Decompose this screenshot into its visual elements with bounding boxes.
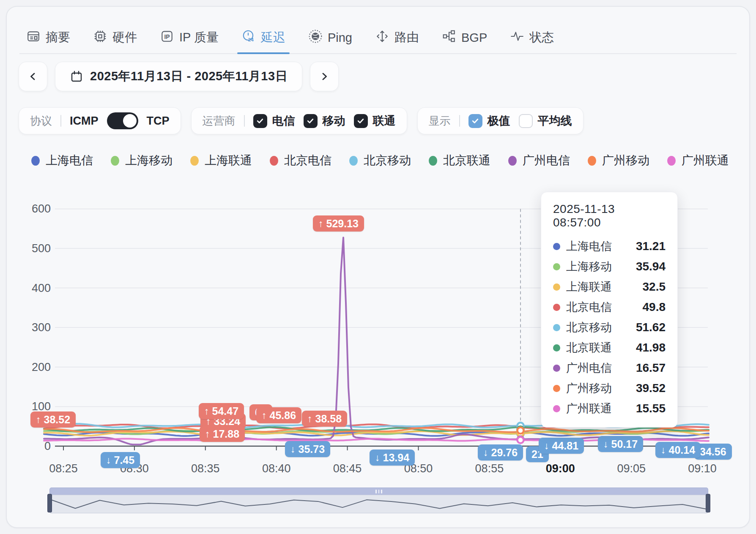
min-value-badge: ↓13.94 [370, 450, 415, 466]
max-value-badge: ↑38.52 [30, 411, 76, 428]
protocol-label: 协议 [30, 114, 52, 128]
series-color-dot [553, 324, 560, 331]
chart-tooltip: 2025-11-13 08:57:00 上海电信31.21上海移动35.94上海… [541, 192, 678, 428]
badge-value: 40.14 [669, 444, 696, 456]
legend-item-guangzhou-mobile[interactable]: 广州移动 [588, 153, 649, 169]
legend-item-beijing-mobile[interactable]: 北京移动 [349, 153, 411, 169]
legend-series-name: 北京移动 [364, 153, 411, 169]
tooltip-row: 上海移动35.94 [553, 256, 666, 277]
route-icon [375, 29, 389, 46]
x-axis-label: 08:55 [475, 462, 504, 475]
date-navigation: 2025年11月13日 - 2025年11月13日 [19, 62, 339, 91]
datazoom-left-handle[interactable] [47, 494, 52, 512]
tooltip-row: 北京电信49.8 [553, 297, 666, 317]
x-axis-label: 09:10 [688, 462, 717, 475]
tooltip-series-value: 51.62 [636, 321, 666, 334]
legend-dot [31, 156, 40, 166]
checked-checkbox-icon [253, 114, 267, 128]
tooltip-series-value: 49.8 [643, 300, 666, 314]
max-value-badge: ↑54.47 [199, 403, 244, 419]
display-checkbox-average[interactable]: 平均线 [519, 113, 572, 128]
legend-dot [190, 156, 199, 166]
legend-item-guangzhou-unicom[interactable]: 广州联通 [667, 153, 729, 169]
carrier-checkbox-telecom[interactable]: 电信 [253, 113, 295, 128]
tab-status[interactable]: 状态 [510, 22, 554, 53]
legend-item-guangzhou-telecom[interactable]: 广州电信 [508, 153, 570, 169]
tooltip-series-value: 35.94 [636, 260, 666, 273]
badge-value: 529.13 [326, 217, 359, 230]
next-date-button[interactable] [310, 62, 339, 91]
min-value-badge: ↓29.76 [478, 444, 523, 460]
series-color-dot [553, 283, 560, 291]
calendar-icon [70, 70, 83, 83]
tooltip-series-name: 北京移动 [566, 320, 612, 335]
checked-checkbox-icon [304, 114, 318, 128]
legend-item-shanghai-telecom[interactable]: 上海电信 [31, 153, 93, 169]
tab-route[interactable]: 路由 [375, 22, 419, 53]
datazoom-right-handle[interactable] [706, 494, 710, 512]
badge-value: 17.88 [213, 428, 240, 440]
y-axis-label: 500 [21, 242, 51, 255]
tooltip-series-value: 16.57 [636, 361, 666, 375]
carrier-checkbox-unicom[interactable]: 联通 [354, 113, 396, 128]
unchecked-checkbox-icon [519, 114, 533, 128]
tooltip-series-value: 32.5 [643, 280, 666, 294]
legend-dot [508, 156, 517, 166]
checkbox-label: 平均线 [538, 113, 572, 128]
tab-latency[interactable]: 24延迟 [241, 22, 285, 53]
series-color-dot [553, 365, 560, 372]
legend-series-name: 上海联通 [205, 153, 252, 169]
badge-value: 44.81 [552, 439, 579, 452]
tab-label: 摘要 [46, 29, 70, 46]
arrow-down-icon: ↓ [603, 438, 608, 450]
summary-icon [26, 29, 41, 46]
tab-bar: 摘要硬件IPIP 质量24延迟Ping路由BGP状态 [19, 22, 737, 54]
legend-item-beijing-unicom[interactable]: 北京联通 [429, 153, 490, 169]
series-color-dot [553, 304, 560, 311]
datazoom-slider[interactable] [49, 488, 708, 514]
tooltip-row: 上海联通32.5 [553, 277, 666, 297]
legend-dot [270, 156, 278, 166]
tooltip-row: 北京联通41.98 [553, 338, 666, 358]
max-value-badge: ↑17.88 [200, 426, 245, 442]
tab-label: 硬件 [112, 29, 137, 46]
monitor-panel: 摘要硬件IPIP 质量24延迟Ping路由BGP状态 2025年11月13日 -… [6, 6, 750, 528]
tab-label: 路由 [394, 29, 419, 46]
tab-ip-quality[interactable]: IPIP 质量 [160, 22, 219, 53]
tab-ping[interactable]: Ping [308, 22, 352, 53]
badge-value: 34.56 [700, 445, 726, 458]
tab-hardware[interactable]: 硬件 [93, 22, 137, 53]
min-value-badge: ↓35.73 [285, 441, 330, 457]
datazoom-selected-bar[interactable] [49, 488, 708, 495]
legend-dot [349, 156, 358, 166]
max-value-badge: ↑38.58 [302, 411, 347, 427]
carrier-checkbox-mobile[interactable]: 移动 [304, 113, 345, 128]
checkbox-label: 移动 [323, 113, 345, 128]
arrow-up-icon: ↑ [318, 217, 323, 230]
tooltip-series-name: 上海移动 [566, 259, 612, 274]
protocol-option-icmp[interactable]: ICMP [70, 114, 99, 128]
tooltip-series-value: 31.21 [636, 240, 666, 253]
legend-item-shanghai-unicom[interactable]: 上海联通 [190, 153, 252, 169]
tab-bgp[interactable]: BGP [442, 22, 487, 53]
tooltip-timestamp: 2025-11-13 08:57:00 [553, 202, 666, 229]
protocol-toggle[interactable] [107, 112, 138, 129]
legend-dot [588, 156, 596, 166]
display-checkbox-extremes[interactable]: 极值 [468, 113, 510, 128]
badge-value: 38.58 [315, 412, 342, 425]
arrow-up-icon: ↑ [36, 413, 41, 426]
legend-item-shanghai-mobile[interactable]: 上海移动 [111, 153, 173, 169]
prev-date-button[interactable] [19, 62, 47, 91]
tooltip-row: 北京移动51.62 [553, 317, 666, 338]
protocol-pill: 协议 ICMP TCP [19, 107, 181, 134]
date-range-picker[interactable]: 2025年11月13日 - 2025年11月13日 [55, 62, 302, 91]
legend-item-beijing-telecom[interactable]: 北京电信 [270, 153, 331, 169]
chart-legend: 上海电信上海移动上海联通北京电信北京移动北京联通广州电信广州移动广州联通 [31, 152, 729, 169]
protocol-option-tcp[interactable]: TCP [147, 114, 170, 128]
ping-icon [308, 29, 323, 46]
date-range-text: 2025年11月13日 - 2025年11月13日 [90, 68, 288, 85]
tab-summary[interactable]: 摘要 [26, 22, 70, 53]
divider [459, 115, 460, 127]
legend-series-name: 上海电信 [46, 153, 93, 169]
min-value-badge: ↓50.17 [598, 436, 643, 452]
